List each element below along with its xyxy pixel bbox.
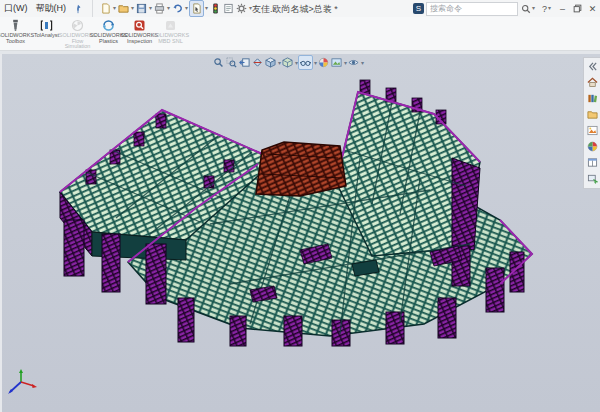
undo-icon [172,3,183,14]
options-button[interactable] [235,1,248,16]
save-icon [136,3,147,14]
edit-appearance-ball-icon [318,57,329,68]
section-view-button[interactable] [251,56,264,69]
rebuild-traffic-light-icon [210,3,221,14]
view-orientation-cube-icon [265,57,276,68]
task-pane-forum-tab[interactable] [586,172,598,184]
undo-caret[interactable]: ▾ [185,1,188,16]
zoom-to-fit-icon [213,57,224,68]
save-button[interactable] [135,1,148,16]
previous-view-icon [239,57,250,68]
close-button[interactable]: ✕ [585,1,600,16]
quick-access-toolbar: ▾ ▾ ▾ ▾ ▾ ▾ ▾ [92,0,253,17]
search-magnifier-button[interactable]: ▾ [518,1,539,16]
forum-icon [587,173,598,184]
apply-scene-button[interactable] [330,56,343,69]
task-pane-view-palette-tab[interactable] [586,124,598,136]
cmd-solidworks-toolbox[interactable]: SOLIDWORKS Toolbox [0,17,31,44]
task-pane-collapse-button[interactable] [586,60,598,72]
view-settings-eye-icon [348,57,359,68]
search-input[interactable] [426,2,518,16]
save-caret[interactable]: ▾ [149,1,152,16]
task-pane-custom-properties-tab[interactable] [586,156,598,168]
task-pane-file-explorer-tab[interactable] [586,108,598,120]
new-file-icon [100,3,111,14]
zoom-to-fit-button[interactable] [212,56,225,69]
task-pane-appearances-tab[interactable] [586,140,598,152]
cmd-inspection[interactable]: SOLIDWORKS Inspection [124,17,155,44]
zoom-to-area-button[interactable] [225,56,238,69]
menu-help[interactable]: 帮助(H) [32,2,71,15]
apply-scene-icon [331,57,342,68]
print-caret[interactable]: ▾ [167,1,170,16]
model-3d-view[interactable] [0,54,600,412]
design-library-icon [587,93,598,104]
tolanalyst-icon [40,19,53,32]
display-style-icon [282,57,293,68]
highlighted-red-section[interactable] [256,142,346,196]
options-gear-icon [236,3,247,14]
graphics-viewport[interactable]: ▾ ▾ ▾ ▾ ▾ [0,54,600,412]
magnifier-icon [521,4,531,14]
cmd-label: SOLIDWORKS MBD SNL [152,33,189,44]
previous-view-button[interactable] [238,56,251,69]
open-file-caret[interactable]: ▾ [131,1,134,16]
open-file-button[interactable] [117,1,130,16]
search-caret[interactable]: ▾ [532,1,535,16]
help-button[interactable]: ?▾ [539,1,555,16]
edit-appearance-button[interactable] [317,56,330,69]
file-properties-icon [223,3,234,14]
open-file-icon [118,3,129,14]
heads-up-view-toolbar: ▾ ▾ ▾ ▾ ▾ [212,56,364,69]
restore-button[interactable] [570,1,585,16]
help-caret[interactable]: ▾ [548,1,551,16]
titlebar-right: S ▾ ?▾ – ✕ [413,0,600,17]
restore-icon [573,4,582,13]
options-caret[interactable]: ▾ [249,1,252,16]
appearances-ball-icon [587,141,598,152]
help-label: ? [542,4,547,14]
undo-button[interactable] [171,1,184,16]
inspection-icon [133,19,146,32]
command-manager: SOLIDWORKS Toolbox TolAnalyst SOLIDWORKS… [0,17,600,51]
home-icon [587,77,598,88]
view-settings-button[interactable] [347,56,360,69]
mbd-snl-icon [164,19,177,32]
new-file-caret[interactable]: ▾ [113,1,116,16]
rebuild-button[interactable] [209,1,222,16]
print-icon [154,3,165,14]
cmd-plastics[interactable]: SOLIDWORKS Plastics [93,17,124,44]
flow-simulation-icon [71,19,84,32]
print-button[interactable] [153,1,166,16]
select-button[interactable] [189,0,204,17]
folder-icon [587,109,598,120]
section-view-icon [252,57,263,68]
select-icon [191,3,202,14]
file-properties-button[interactable] [222,1,235,16]
cmd-tolanalyst[interactable]: TolAnalyst [31,17,62,39]
custom-properties-icon [587,157,598,168]
select-caret[interactable]: ▾ [205,1,208,16]
new-file-button[interactable] [99,1,112,16]
cmd-mbd-snl: SOLIDWORKS MBD SNL [155,17,186,44]
minimize-button[interactable]: – [555,1,570,16]
toolbox-screw-icon [9,19,22,32]
hide-show-items-glasses-icon [300,57,311,68]
hide-show-items-button[interactable] [298,55,313,70]
solidworks-search-icon: S [413,3,424,14]
reference-triad [4,368,40,398]
menu-window[interactable]: 口(W) [0,2,32,15]
cmd-label: SOLIDWORKS Toolbox [0,33,34,44]
pin-icon[interactable] [73,4,83,14]
title-bar: 口(W) 帮助(H) ▾ ▾ ▾ ▾ ▾ ▾ ▾ 友佳.欧尚名 [0,0,600,18]
task-pane-home-tab[interactable] [586,76,598,88]
view-orientation-button[interactable] [264,56,277,69]
cmd-label: TolAnalyst [34,33,59,39]
collapse-chevron-icon [587,61,598,72]
display-style-button[interactable] [281,56,294,69]
task-pane-strip [583,57,600,189]
task-pane-design-library-tab[interactable] [586,92,598,104]
zoom-to-area-icon [226,57,237,68]
view-settings-caret[interactable]: ▾ [361,59,364,66]
plastics-icon [102,19,115,32]
